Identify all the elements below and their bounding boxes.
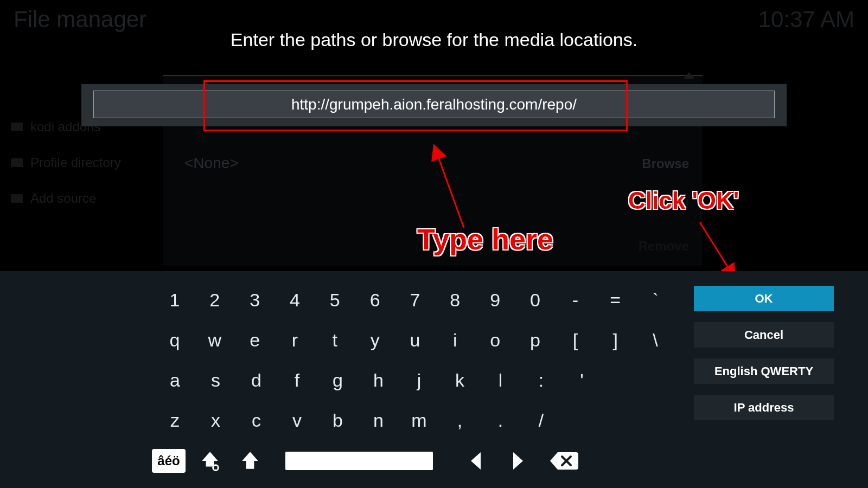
key-,[interactable]: , (439, 410, 480, 431)
key-o[interactable]: o (475, 330, 515, 351)
ok-button[interactable]: OK (694, 286, 834, 311)
cancel-button[interactable]: Cancel (694, 322, 834, 348)
clock: 10:37 AM (758, 7, 854, 33)
annotation-type-here: Type here (417, 222, 553, 256)
key-t[interactable]: t (315, 330, 355, 351)
key-y[interactable]: y (355, 330, 395, 351)
key-1[interactable]: 1 (155, 290, 195, 311)
key-f[interactable]: f (277, 370, 317, 391)
key-s[interactable]: s (195, 370, 236, 391)
key-e[interactable]: e (235, 330, 275, 351)
key-2[interactable]: 2 (195, 290, 235, 311)
svg-rect-3 (214, 466, 217, 469)
key-shift[interactable] (239, 450, 261, 472)
key-9[interactable]: 9 (475, 290, 515, 311)
key-6[interactable]: 6 (355, 290, 395, 311)
path-none-label: <None> (184, 155, 239, 172)
key-i[interactable]: i (435, 330, 475, 351)
key-x[interactable]: x (195, 410, 236, 431)
key-`[interactable]: ` (635, 290, 675, 311)
chevron-up-icon (684, 72, 694, 79)
folder-icon (11, 123, 23, 131)
key-b[interactable]: b (317, 410, 358, 431)
sidebar-item: Add source (11, 191, 96, 206)
ip-address-button[interactable]: IP address (694, 395, 834, 420)
key-backspace[interactable] (550, 450, 578, 472)
sidebar-item-label: Add source (30, 191, 96, 206)
key-r[interactable]: r (275, 330, 315, 351)
key-/[interactable]: / (521, 410, 561, 431)
annotation-click-ok: Click 'OK' (628, 187, 739, 214)
key-g[interactable]: g (317, 370, 358, 391)
dialog-heading: Enter the paths or browse for the media … (231, 29, 637, 50)
folder-icon (11, 158, 23, 167)
keyboard-layout-button[interactable]: English QWERTY (694, 358, 834, 384)
key-q[interactable]: q (155, 330, 195, 351)
sidebar-item: Profile directory (11, 155, 121, 170)
key-.[interactable]: . (480, 410, 521, 431)
key-p[interactable]: p (515, 330, 556, 351)
key-j[interactable]: j (399, 370, 439, 391)
key-[[interactable]: [ (555, 330, 595, 351)
key-c[interactable]: c (236, 410, 277, 431)
key-:[interactable]: : (521, 370, 561, 391)
keyboard-action-buttons: OK Cancel English QWERTY IP address (694, 286, 834, 420)
key--[interactable]: - (555, 290, 595, 311)
key-m[interactable]: m (399, 410, 439, 431)
sidebar-item-label: Profile directory (30, 155, 121, 170)
browse-button-dim: Browse (642, 156, 689, 171)
key-a[interactable]: a (155, 370, 195, 391)
key-w[interactable]: w (195, 330, 235, 351)
key-l[interactable]: l (480, 370, 521, 391)
key-z[interactable]: z (155, 410, 195, 431)
keyboard-bottom-row: âéö (152, 449, 578, 473)
key-caps-lock[interactable] (199, 450, 221, 472)
key-k[interactable]: k (439, 370, 480, 391)
key-7[interactable]: 7 (395, 290, 435, 311)
key-'[interactable]: ' (561, 370, 602, 391)
key-d[interactable]: d (236, 370, 277, 391)
key-h[interactable]: h (358, 370, 399, 391)
key-n[interactable]: n (358, 410, 399, 431)
annotation-highlight-box (203, 80, 628, 131)
key-][interactable]: ] (595, 330, 635, 351)
keyboard-keys: 1234567890-=` qwertyuiop[]\ asdfghjkl:' … (155, 280, 675, 440)
key-\[interactable]: \ (635, 330, 675, 351)
key-3[interactable]: 3 (235, 290, 275, 311)
key-space[interactable] (285, 452, 433, 470)
key-4[interactable]: 4 (275, 290, 315, 311)
key-=[interactable]: = (595, 290, 635, 311)
remove-button-dim: Remove (639, 239, 689, 254)
key-8[interactable]: 8 (435, 290, 475, 311)
folder-icon (11, 194, 23, 203)
page-title: File manager (14, 7, 146, 33)
key-0[interactable]: 0 (515, 290, 556, 311)
key-arrow-right[interactable] (510, 450, 526, 472)
key-u[interactable]: u (395, 330, 435, 351)
key-symbols[interactable]: âéö (152, 449, 186, 473)
key-5[interactable]: 5 (315, 290, 355, 311)
key-arrow-left[interactable] (468, 450, 484, 472)
key-v[interactable]: v (277, 410, 317, 431)
